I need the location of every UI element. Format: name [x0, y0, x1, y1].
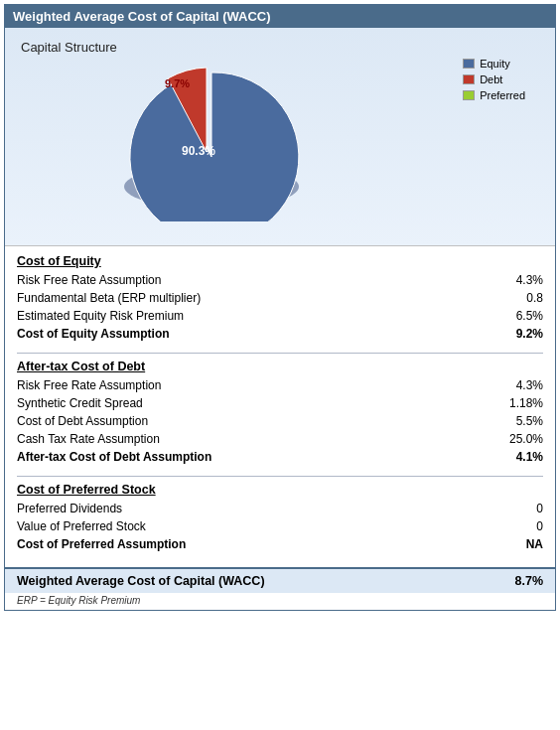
- chart-area: Capital Structure 90.3% 9.7%: [5, 28, 555, 246]
- wacc-value: 8.7%: [515, 574, 544, 588]
- preferred-color-swatch: [463, 90, 475, 100]
- preferred-row-2-label: Value of Preferred Stock: [17, 519, 146, 533]
- equity-row-1-value: 4.3%: [493, 273, 543, 287]
- debt-row-3: Cost of Debt Assumption 5.5%: [17, 412, 543, 430]
- equity-total-row: Cost of Equity Assumption 9.2%: [17, 325, 543, 343]
- debt-row-3-label: Cost of Debt Assumption: [17, 414, 148, 428]
- cost-of-equity-title: Cost of Equity: [17, 254, 543, 268]
- debt-row-4: Cash Tax Rate Assumption 25.0%: [17, 430, 543, 448]
- after-tax-debt-title: After-tax Cost of Debt: [17, 360, 543, 373]
- preferred-row-2-value: 0: [493, 519, 543, 533]
- legend-debt: Debt: [463, 73, 525, 85]
- equity-row-2-label: Fundamental Beta (ERP multiplier): [17, 291, 201, 305]
- equity-total-label: Cost of Equity Assumption: [17, 327, 170, 341]
- legend-preferred-label: Preferred: [480, 89, 525, 101]
- debt-row-2-value: 1.18%: [493, 396, 543, 410]
- debt-row-1: Risk Free Rate Assumption 4.3%: [17, 376, 543, 394]
- cost-of-preferred-section: Cost of Preferred Stock Preferred Divide…: [17, 483, 543, 553]
- legend-preferred: Preferred: [463, 89, 525, 101]
- footnote-text: ERP = Equity Risk Premium: [17, 595, 140, 606]
- panel-header: Weighted Average Cost of Capital (WACC): [5, 5, 555, 28]
- svg-text:9.7%: 9.7%: [165, 77, 190, 89]
- cost-of-equity-section: Cost of Equity Risk Free Rate Assumption…: [17, 254, 543, 343]
- debt-row-2: Synthetic Credit Spread 1.18%: [17, 394, 543, 412]
- chart-legend: Equity Debt Preferred: [463, 58, 525, 105]
- debt-row-3-value: 5.5%: [493, 414, 543, 428]
- equity-row-3-label: Estimated Equity Risk Premium: [17, 309, 184, 323]
- equity-color-swatch: [463, 59, 475, 69]
- wacc-footer: Weighted Average Cost of Capital (WACC) …: [5, 567, 555, 593]
- preferred-total-row: Cost of Preferred Assumption NA: [17, 535, 543, 553]
- preferred-row-1-label: Preferred Dividends: [17, 502, 122, 515]
- divider-1: [17, 353, 543, 354]
- debt-row-1-value: 4.3%: [493, 378, 543, 392]
- after-tax-debt-section: After-tax Cost of Debt Risk Free Rate As…: [17, 360, 543, 466]
- chart-label: Capital Structure: [21, 40, 117, 55]
- panel-title: Weighted Average Cost of Capital (WACC): [13, 9, 271, 24]
- divider-2: [17, 476, 543, 477]
- equity-row-1-label: Risk Free Rate Assumption: [17, 273, 161, 287]
- equity-row-3-value: 6.5%: [493, 309, 543, 323]
- legend-equity-label: Equity: [480, 58, 510, 70]
- legend-equity: Equity: [463, 58, 525, 70]
- preferred-row-1-value: 0: [493, 502, 543, 515]
- erp-footnote: ERP = Equity Risk Premium: [5, 593, 555, 610]
- equity-row-3: Estimated Equity Risk Premium 6.5%: [17, 307, 543, 325]
- preferred-row-1: Preferred Dividends 0: [17, 500, 543, 517]
- debt-color-swatch: [463, 74, 475, 84]
- preferred-total-value: NA: [493, 537, 543, 551]
- preferred-row-2: Value of Preferred Stock 0: [17, 517, 543, 535]
- debt-row-1-label: Risk Free Rate Assumption: [17, 378, 161, 392]
- equity-row-1: Risk Free Rate Assumption 4.3%: [17, 271, 543, 289]
- wacc-panel: Weighted Average Cost of Capital (WACC) …: [4, 4, 556, 611]
- debt-row-4-label: Cash Tax Rate Assumption: [17, 432, 160, 446]
- debt-total-value: 4.1%: [493, 450, 543, 464]
- equity-row-2-value: 0.8: [493, 291, 543, 305]
- svg-text:90.3%: 90.3%: [182, 144, 215, 158]
- preferred-total-label: Cost of Preferred Assumption: [17, 537, 186, 551]
- content-area: Cost of Equity Risk Free Rate Assumption…: [5, 246, 555, 567]
- legend-debt-label: Debt: [480, 73, 502, 85]
- equity-row-2: Fundamental Beta (ERP multiplier) 0.8: [17, 289, 543, 307]
- cost-of-preferred-title: Cost of Preferred Stock: [17, 483, 543, 497]
- debt-total-row: After-tax Cost of Debt Assumption 4.1%: [17, 448, 543, 466]
- debt-row-4-value: 25.0%: [493, 432, 543, 446]
- debt-total-label: After-tax Cost of Debt Assumption: [17, 450, 211, 464]
- wacc-label: Weighted Average Cost of Capital (WACC): [17, 574, 265, 588]
- debt-row-2-label: Synthetic Credit Spread: [17, 396, 143, 410]
- pie-chart: 90.3% 9.7%: [104, 48, 333, 226]
- equity-total-value: 9.2%: [493, 327, 543, 341]
